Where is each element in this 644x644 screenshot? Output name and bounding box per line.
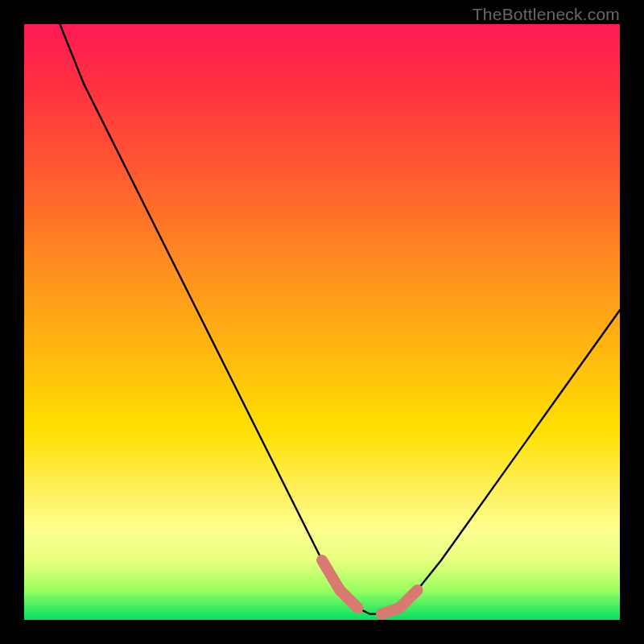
chart-svg xyxy=(0,0,644,644)
highlight-left xyxy=(322,560,357,608)
highlight-right xyxy=(382,590,417,614)
bottleneck-curve xyxy=(60,24,620,614)
highlight-group xyxy=(322,560,417,614)
chart-canvas: TheBottleneck.com xyxy=(0,0,644,644)
curve-group xyxy=(60,24,620,614)
